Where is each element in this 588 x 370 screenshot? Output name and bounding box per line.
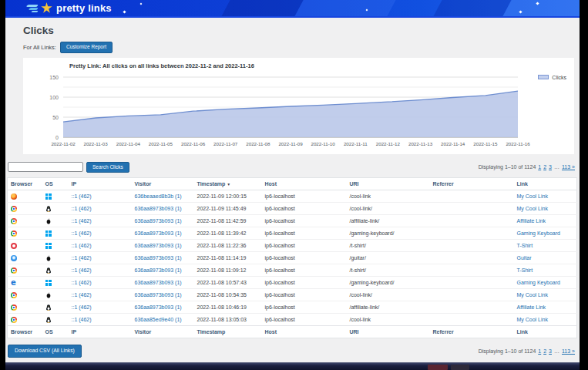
chrome-icon (11, 317, 17, 323)
link-cell: My Cool Link (514, 203, 577, 215)
visitor-link[interactable]: 636aa8973b093 (1) (135, 243, 182, 248)
os-cell (42, 301, 69, 314)
page-link[interactable]: 3 (549, 348, 552, 354)
visitor-link[interactable]: 636aa8973b093 (1) (135, 255, 182, 261)
ip-link[interactable]: ::1 (462) (72, 193, 92, 199)
ip-link[interactable]: ::1 (462) (72, 243, 92, 248)
browser-cell (8, 227, 42, 240)
timestamp-cell: 2022-11-08 11:42:59 (194, 215, 262, 227)
ip-link[interactable]: ::1 (462) (72, 267, 92, 273)
column-header-ip[interactable]: IP (69, 178, 132, 190)
column-header-visitor[interactable]: Visitor (132, 178, 194, 190)
clicks-table-wrap: BrowserOSIPVisitorTimestamp▼HostURIRefer… (7, 177, 576, 338)
search-clicks-button[interactable]: Search Clicks (86, 162, 129, 173)
visitor-link[interactable]: 636aa8973b093 (1) (135, 206, 182, 211)
search-input[interactable] (8, 162, 83, 172)
pretty-link[interactable]: Affiliate Link (517, 218, 546, 224)
column-header-os[interactable]: OS (42, 326, 69, 338)
pretty-link[interactable]: T-Shirt (517, 267, 533, 273)
column-header-link[interactable]: Link (514, 326, 577, 338)
pretty-link[interactable]: Guitar (517, 255, 532, 261)
host-cell: ip6-localhost (262, 190, 347, 203)
column-header-timestamp[interactable]: Timestamp▼ (194, 178, 262, 190)
ip-link[interactable]: ::1 (462) (72, 292, 92, 298)
column-header-timestamp[interactable]: Timestamp (194, 326, 262, 338)
for-all-links-label: For All Links: (23, 44, 56, 51)
visitor-link[interactable]: 636beaaed8b3b (1) (135, 193, 182, 199)
chart-legend: Clicks (538, 75, 566, 80)
ip-link[interactable]: ::1 (462) (72, 230, 92, 236)
column-header-browser[interactable]: Browser (8, 326, 42, 338)
visitor-link[interactable]: 636aa85ed9e40 (1) (135, 317, 182, 322)
column-header-referrer[interactable]: Referrer (430, 178, 514, 190)
page-link[interactable]: 3 (549, 164, 552, 170)
visitor-link[interactable]: 636aa8973b093 (1) (135, 304, 182, 310)
host-cell: ip6-localhost (262, 314, 347, 326)
last-page-link[interactable]: 113 » (562, 164, 575, 170)
column-header-uri[interactable]: URI (347, 326, 430, 338)
pretty-link[interactable]: My Cool Link (517, 206, 548, 211)
referrer-cell (430, 215, 514, 227)
table-row: ::1 (462) 636aa8973b093 (1) 2022-11-08 1… (8, 264, 577, 277)
visitor-cell: 636aa8973b093 (1) (132, 203, 194, 215)
page-link[interactable]: 2 (543, 348, 546, 354)
host-cell: ip6-localhost (262, 277, 347, 289)
pretty-link[interactable]: My Cool Link (517, 193, 548, 199)
ip-cell: ::1 (462) (69, 301, 132, 314)
browser-cell (8, 301, 42, 314)
ip-link[interactable]: ::1 (462) (72, 304, 92, 310)
pretty-link[interactable]: Affiliate Link (517, 304, 546, 310)
column-header-visitor[interactable]: Visitor (132, 326, 194, 338)
table-row: ::1 (462) 636aa8973b093 (1) 2022-11-09 1… (8, 203, 577, 215)
ip-link[interactable]: ::1 (462) (72, 206, 92, 211)
browser-cell (8, 215, 42, 227)
download-csv-button[interactable]: Download CSV (All Links) (8, 345, 82, 358)
column-header-host[interactable]: Host (262, 326, 347, 338)
visitor-link[interactable]: 636aa8973b093 (1) (135, 230, 182, 236)
page-link[interactable]: 2 (543, 164, 546, 170)
os-cell (42, 277, 69, 289)
visitor-link[interactable]: 636aa8973b093 (1) (135, 267, 182, 273)
link-cell: My Cool Link (514, 289, 577, 301)
column-header-os[interactable]: OS (42, 178, 69, 190)
last-page-link[interactable]: 113 » (562, 348, 575, 354)
column-header-host[interactable]: Host (262, 178, 347, 190)
link-cell: Gaming Keyboard (514, 277, 577, 289)
banner-stripe (499, 0, 580, 18)
taskbar-item (428, 365, 448, 370)
host-cell: ip6-localhost (262, 215, 347, 227)
svg-text:2022-11-06: 2022-11-06 (181, 141, 206, 146)
timestamp-cell: 2022-11-08 13:05:03 (194, 314, 262, 326)
referrer-cell (430, 203, 514, 215)
apple-icon (45, 255, 52, 261)
visitor-link[interactable]: 636aa8973b093 (1) (135, 218, 182, 224)
column-header-referrer[interactable]: Referrer (430, 326, 514, 338)
pretty-link[interactable]: Gaming Keyboard (517, 280, 560, 285)
ip-link[interactable]: ::1 (462) (72, 317, 92, 322)
pretty-link[interactable]: My Cool Link (517, 317, 548, 322)
column-header-uri[interactable]: URI (347, 178, 430, 190)
table-header: BrowserOSIPVisitorTimestamp▼HostURIRefer… (8, 178, 577, 190)
customize-report-button[interactable]: Customize Report (60, 42, 113, 53)
clicks-table: BrowserOSIPVisitorTimestamp▼HostURIRefer… (7, 177, 577, 338)
apple-icon (45, 292, 52, 298)
banner-stripe (218, 0, 306, 18)
table-row: ::1 (462) 636aa85ed9e40 (1) 2022-11-08 1… (8, 314, 577, 326)
pretty-link[interactable]: Gaming Keyboard (517, 230, 560, 236)
pretty-link[interactable]: T-Shirt (517, 243, 533, 248)
ip-link[interactable]: ::1 (462) (72, 280, 92, 285)
pretty-link[interactable]: My Cool Link (517, 292, 548, 298)
visitor-link[interactable]: 636aa8973b093 (1) (135, 292, 182, 298)
column-header-browser[interactable]: Browser (8, 178, 42, 190)
visitor-link[interactable]: 636aa8973b093 (1) (135, 280, 182, 285)
column-header-link[interactable]: Link (514, 178, 577, 190)
column-header-ip[interactable]: IP (69, 326, 132, 338)
linux-icon (45, 304, 52, 311)
page-link[interactable]: 1 (538, 348, 541, 354)
page-link[interactable]: 1 (538, 164, 541, 170)
ip-link[interactable]: ::1 (462) (72, 255, 92, 261)
table-row: ::1 (462) 636aa8973b093 (1) 2022-11-08 1… (8, 215, 577, 227)
clicks-chart-card: 0501001502022-11-022022-11-032022-11-042… (23, 58, 574, 154)
svg-text:2022-11-15: 2022-11-15 (473, 141, 498, 146)
ip-link[interactable]: ::1 (462) (72, 218, 92, 224)
